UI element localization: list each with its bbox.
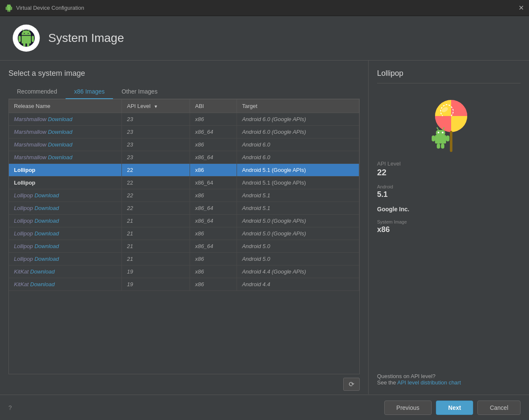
svg-rect-13 (446, 135, 449, 141)
cell-release-name: KitKat Download (9, 265, 121, 278)
cell-api-level: 21 (121, 227, 190, 240)
next-button[interactable]: Next (436, 401, 473, 415)
table-row[interactable]: Lollipop22x86_64Android 5.1 (Google APIs… (9, 177, 359, 189)
title-bar-left: Virtual Device Configuration (5, 4, 84, 12)
vendor-value: Google Inc. (377, 206, 521, 213)
download-link[interactable]: Download (34, 230, 59, 237)
download-link[interactable]: Download (34, 192, 59, 199)
svg-point-11 (443, 127, 444, 129)
cell-abi: x86_64 (190, 240, 237, 253)
cell-abi: x86_64 (190, 126, 237, 138)
tabs: Recommended x86 Images Other Images (8, 85, 360, 99)
table-row[interactable]: KitKat Download19x86Android 4.4 (9, 278, 359, 291)
cell-target: Android 4.4 (237, 278, 359, 291)
table-row[interactable]: Lollipop22x86Android 5.1 (Google APIs) (9, 164, 359, 177)
android-label: Android (377, 184, 521, 189)
questions-text: Questions on API level? See the API leve… (377, 366, 521, 386)
cell-abi: x86 (190, 227, 237, 240)
cell-target: Android 5.1 (Google APIs) (237, 177, 359, 189)
cell-target: Android 6.0 (Google APIs) (237, 126, 359, 138)
table-row[interactable]: Lollipop Download21x86_64Android 5.0 (9, 240, 359, 253)
cell-abi: x86_64 (190, 202, 237, 215)
cell-target: Android 6.0 (237, 138, 359, 151)
cell-abi: x86 (190, 265, 237, 278)
system-image-value: x86 (377, 225, 521, 234)
tab-other-images[interactable]: Other Images (113, 85, 166, 99)
cell-api-level: 23 (121, 113, 190, 126)
vendor-group: Google Inc. (377, 206, 521, 213)
previous-button[interactable]: Previous (384, 401, 432, 415)
table-bottom: ⟳ (8, 374, 360, 394)
cell-target: Android 5.0 (237, 253, 359, 265)
help-icon[interactable]: ? (8, 404, 12, 411)
cell-release-name: Marshmallow Download (9, 126, 121, 138)
api-chart-link[interactable]: API level distribution chart (397, 379, 461, 386)
sort-icon: ▼ (154, 104, 158, 109)
cell-release-name: Lollipop (9, 177, 121, 189)
cell-release-name: Lollipop Download (9, 227, 121, 240)
tab-x86-images[interactable]: x86 Images (66, 85, 113, 99)
col-release-name: Release Name (9, 99, 121, 113)
download-link[interactable]: Download (34, 205, 59, 211)
cell-target: Android 5.0 (Google APIs) (237, 227, 359, 240)
cell-api-level: 19 (121, 265, 190, 278)
cell-abi: x86 (190, 113, 237, 126)
cell-api-level: 22 (121, 202, 190, 215)
table-row[interactable]: Lollipop Download22x86_64Android 5.1 (9, 202, 359, 215)
table-row[interactable]: Marshmallow Download23x86Android 6.0 (9, 138, 359, 151)
download-link[interactable]: Download (34, 256, 59, 262)
cell-abi: x86 (190, 278, 237, 291)
android-version-group: Android 5.1 (377, 184, 521, 199)
cell-release-name: Lollipop (9, 164, 121, 177)
cell-target: Android 5.0 (237, 240, 359, 253)
tab-recommended[interactable]: Recommended (8, 85, 66, 99)
main-area: Select a system image Recommended x86 Im… (0, 61, 529, 394)
download-link[interactable]: Download (48, 154, 72, 160)
left-panel: Select a system image Recommended x86 Im… (0, 61, 368, 394)
table-row[interactable]: Lollipop Download21x86_64Android 5.0 (Go… (9, 215, 359, 227)
download-link[interactable]: Download (30, 268, 55, 275)
image-table[interactable]: Release Name API Level ▼ ABI Target (8, 99, 360, 374)
download-link[interactable]: Download (48, 116, 72, 122)
svg-rect-15 (441, 144, 444, 149)
cancel-button[interactable]: Cancel (477, 401, 521, 415)
download-link[interactable]: Download (48, 141, 72, 148)
cell-api-level: 21 (121, 253, 190, 265)
cell-release-name: KitKat Download (9, 278, 121, 291)
download-link[interactable]: Download (34, 243, 59, 249)
cell-release-name: Marshmallow Download (9, 113, 121, 126)
table-row[interactable]: Marshmallow Download23x86_64Android 6.0 … (9, 126, 359, 138)
cell-release-name: Lollipop Download (9, 189, 121, 202)
cell-target: Android 4.4 (Google APIs) (237, 265, 359, 278)
cell-target: Android 5.1 (237, 189, 359, 202)
svg-point-6 (438, 132, 439, 133)
table-row[interactable]: Lollipop Download21x86Android 5.0 (9, 253, 359, 265)
cell-release-name: Lollipop Download (9, 253, 121, 265)
close-button[interactable]: ✕ (518, 4, 524, 12)
cell-api-level: 19 (121, 278, 190, 291)
col-abi: ABI (190, 99, 237, 113)
table-row[interactable]: Marshmallow Download23x86Android 6.0 (Go… (9, 113, 359, 126)
cell-api-level: 23 (121, 126, 190, 138)
svg-rect-12 (432, 135, 435, 141)
download-link[interactable]: Download (30, 281, 55, 287)
refresh-button[interactable]: ⟳ (343, 378, 360, 391)
table-row[interactable]: Lollipop Download21x86Android 5.0 (Googl… (9, 227, 359, 240)
table-row[interactable]: KitKat Download19x86Android 4.4 (Google … (9, 265, 359, 278)
header-icon (13, 25, 40, 52)
cell-api-level: 21 (121, 215, 190, 227)
table-row[interactable]: Marshmallow Download23x86_64Android 6.0 (9, 151, 359, 164)
col-api-level[interactable]: API Level ▼ (121, 99, 190, 113)
svg-rect-4 (435, 135, 446, 144)
table-row[interactable]: Lollipop Download22x86Android 5.1 (9, 189, 359, 202)
download-link[interactable]: Download (34, 218, 59, 224)
cell-api-level: 23 (121, 151, 190, 164)
system-image-label: System Image (377, 219, 521, 224)
download-link[interactable]: Download (48, 129, 72, 135)
cell-target: Android 6.0 (237, 151, 359, 164)
right-panel: Lollipop (368, 61, 529, 394)
cell-abi: x86 (190, 189, 237, 202)
table-header-row: Release Name API Level ▼ ABI Target (9, 99, 359, 113)
cell-release-name: Lollipop Download (9, 215, 121, 227)
cell-api-level: 22 (121, 164, 190, 177)
